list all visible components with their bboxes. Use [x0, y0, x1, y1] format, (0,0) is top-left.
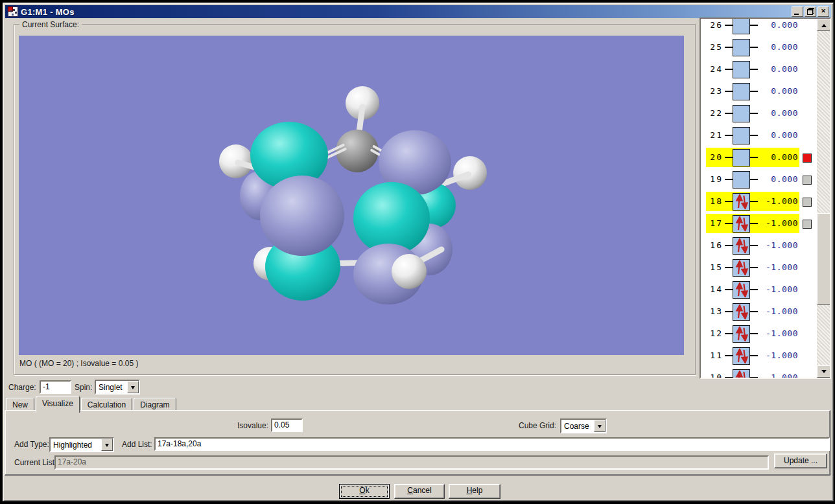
scroll-down-button[interactable] — [817, 365, 831, 378]
ok-button[interactable]: Ok — [339, 484, 390, 499]
mo-orbital-box[interactable] — [733, 19, 750, 34]
mo-number: 25 — [706, 42, 723, 52]
mo-energy: 0.000 — [771, 64, 798, 74]
mo-orbital-box[interactable] — [733, 369, 750, 378]
close-button[interactable]: ✕ — [817, 6, 829, 17]
mo-number: 18 — [706, 196, 723, 206]
mo-row-11[interactable]: 11-1.000 — [706, 346, 799, 365]
mo-number: 19 — [706, 174, 723, 184]
mo-energy: -1.000 — [766, 328, 798, 338]
mo-orbital-box[interactable] — [733, 281, 750, 299]
mo-number: 24 — [706, 64, 723, 74]
mo-orbital-box[interactable] — [733, 39, 750, 56]
mo-row-23[interactable]: 230.000 — [706, 82, 799, 101]
mo-row-25[interactable]: 250.000 — [706, 38, 799, 57]
minimize-button[interactable] — [792, 6, 803, 17]
mo-row-26[interactable]: 260.000 — [706, 19, 799, 35]
mo-orbital-box[interactable] — [733, 237, 750, 255]
mo-orbital-box[interactable] — [733, 171, 750, 189]
mo-number: 15 — [706, 262, 723, 272]
title-bar[interactable]: G1:M1 - MOs ✕ — [5, 5, 831, 18]
add-type-dropdown-button[interactable] — [101, 439, 113, 451]
window-title: G1:M1 - MOs — [21, 7, 792, 17]
mo-orbital-box[interactable] — [733, 303, 750, 321]
mo-row-20[interactable]: 200.000 — [706, 148, 799, 167]
current-surface-group: Current Surface: MO ( (MO = 20) ; Isoval… — [14, 24, 696, 375]
add-type-value: Highlighted — [51, 440, 101, 450]
orbital-lobe-positive[interactable] — [353, 182, 430, 255]
mo-row-15[interactable]: 15-1.000 — [706, 258, 799, 277]
mo-energy: 0.000 — [771, 174, 798, 184]
cube-grid-select[interactable]: Coarse — [560, 418, 607, 433]
cube-grid-value: Coarse — [561, 421, 594, 431]
add-type-select[interactable]: Highlighted — [49, 437, 114, 452]
hydrogen-atom[interactable] — [392, 254, 427, 289]
mo-energy: -1.000 — [766, 196, 798, 206]
mo-energy: 0.000 — [771, 130, 798, 140]
mo-energy: 0.000 — [771, 42, 798, 52]
mo-row-18[interactable]: 18-1.000 — [706, 192, 799, 211]
mo-number: 11 — [706, 350, 723, 360]
mo-number: 12 — [706, 328, 723, 338]
mo-visibility-checkbox-17[interactable] — [803, 220, 812, 229]
mo-number: 21 — [706, 130, 723, 140]
mo-orbital-box[interactable] — [733, 193, 750, 211]
isovalue-input[interactable]: 0.05 — [271, 418, 303, 432]
mo-orbital-box[interactable] — [733, 149, 750, 166]
mo-number: 22 — [706, 108, 723, 118]
cancel-button[interactable]: Cancel — [394, 484, 445, 499]
mo-list-scrollbar[interactable] — [817, 19, 830, 378]
help-button[interactable]: Help — [449, 484, 500, 499]
mo-orbital-box[interactable] — [733, 325, 750, 343]
mo-row-21[interactable]: 210.000 — [706, 126, 799, 145]
mo-row-24[interactable]: 240.000 — [706, 60, 799, 79]
mo-orbital-box[interactable] — [733, 127, 750, 144]
add-list-label: Add List: — [122, 440, 152, 449]
mo-row-22[interactable]: 220.000 — [706, 104, 799, 123]
mo-row-17[interactable]: 17-1.000 — [706, 214, 799, 233]
mo-orbital-box[interactable] — [733, 83, 750, 100]
spin-label: Spin: — [75, 383, 92, 392]
mo-orbital-box[interactable] — [733, 347, 750, 365]
mo-energy: -1.000 — [766, 240, 798, 250]
add-list-input[interactable]: 17a-18a,20a — [154, 437, 830, 451]
app-icon — [8, 6, 18, 17]
mo-orbital-box[interactable] — [733, 215, 750, 233]
mo-energy: -1.000 — [766, 372, 798, 378]
mo-visibility-checkbox-20[interactable] — [803, 154, 812, 163]
scroll-up-button[interactable] — [817, 19, 831, 31]
mo-row-10[interactable]: 10-1.000 — [706, 368, 799, 378]
cube-grid-dropdown-button[interactable] — [594, 420, 606, 432]
mo-number: 20 — [706, 152, 723, 162]
mo-number: 17 — [706, 218, 723, 228]
spin-dropdown-button[interactable] — [127, 381, 139, 393]
charge-label: Charge: — [8, 383, 36, 392]
spin-select[interactable]: Singlet — [95, 380, 140, 395]
mo-row-13[interactable]: 13-1.000 — [706, 302, 799, 321]
molecule-viewport[interactable] — [19, 36, 684, 355]
mo-row-16[interactable]: 16-1.000 — [706, 236, 799, 255]
screen: G1:M1 - MOs ✕ Current Surface: MO ( (MO … — [0, 0, 835, 504]
orbital-lobe-negative[interactable] — [260, 176, 344, 256]
charge-input[interactable]: -1 — [40, 380, 71, 394]
mo-energy: 0.000 — [771, 152, 798, 162]
molecule-3d-render[interactable] — [19, 36, 684, 355]
close-icon: ✕ — [821, 8, 826, 14]
restore-button[interactable] — [805, 6, 816, 17]
mo-energy: 0.000 — [771, 108, 798, 118]
mo-energy: 0.000 — [771, 86, 798, 96]
mo-orbital-box[interactable] — [733, 61, 750, 78]
scrollbar-thumb[interactable] — [817, 213, 831, 305]
mo-visibility-checkbox-19[interactable] — [803, 176, 812, 185]
mo-row-14[interactable]: 14-1.000 — [706, 280, 799, 299]
current-surface-label: Current Surface: — [19, 20, 82, 29]
mo-orbital-box[interactable] — [733, 105, 750, 122]
update-button[interactable]: Update ... — [774, 453, 827, 468]
tab-visualize[interactable]: Visualize — [36, 396, 80, 413]
mo-row-12[interactable]: 12-1.000 — [706, 324, 799, 343]
mo-orbital-box[interactable] — [733, 259, 750, 277]
mo-visibility-checkbox-18[interactable] — [803, 198, 812, 207]
spin-value: Singlet — [96, 382, 127, 393]
mos-dialog-window: G1:M1 - MOs ✕ Current Surface: MO ( (MO … — [3, 3, 834, 501]
mo-row-19[interactable]: 190.000 — [706, 170, 799, 189]
